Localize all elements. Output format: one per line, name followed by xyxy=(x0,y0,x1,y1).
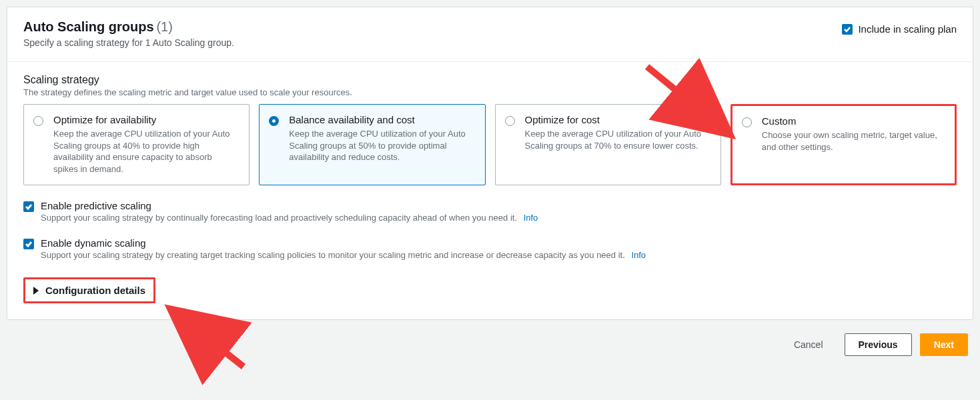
card-desc: Keep the average CPU utilization of your… xyxy=(53,128,238,175)
dynamic-scaling-row: Enable dynamic scaling Support your scal… xyxy=(23,237,957,260)
predictive-desc: Support your scaling strategy by continu… xyxy=(41,213,538,223)
panel-body: Scaling strategy The strategy defines th… xyxy=(7,62,973,319)
next-button[interactable]: Next xyxy=(920,333,968,356)
dynamic-label: Enable dynamic scaling xyxy=(41,237,646,249)
previous-button[interactable]: Previous xyxy=(845,333,912,356)
card-desc: Choose your own scaling metric, target v… xyxy=(762,129,944,153)
predictive-desc-text: Support your scaling strategy by continu… xyxy=(41,213,517,223)
card-optimize-cost[interactable]: Optimize for cost Keep the average CPU u… xyxy=(495,104,721,185)
radio-icon xyxy=(742,117,752,127)
page-subtitle: Specify a scaling strategy for 1 Auto Sc… xyxy=(23,37,234,48)
strategy-desc: The strategy defines the scaling metric … xyxy=(23,87,957,97)
auto-scaling-groups-panel: Auto Scaling groups (1) Specify a scalin… xyxy=(7,7,973,320)
card-title: Optimize for availability xyxy=(53,114,238,125)
card-optimize-availability[interactable]: Optimize for availability Keep the avera… xyxy=(23,104,250,185)
card-title: Custom xyxy=(762,115,944,127)
card-desc: Keep the average CPU utilization of your… xyxy=(289,128,474,163)
predictive-info-link[interactable]: Info xyxy=(524,213,538,223)
caret-right-icon xyxy=(33,287,39,295)
card-title: Optimize for cost xyxy=(525,114,710,125)
radio-icon xyxy=(505,116,515,126)
configuration-details-toggle[interactable]: Configuration details xyxy=(23,277,155,303)
title-block: Auto Scaling groups (1) Specify a scalin… xyxy=(23,19,234,48)
strategy-label: Scaling strategy xyxy=(23,74,957,86)
radio-icon xyxy=(33,116,43,126)
group-count: (1) xyxy=(156,19,172,34)
check-icon xyxy=(25,203,33,211)
dynamic-checkbox[interactable] xyxy=(23,239,34,249)
predictive-scaling-row: Enable predictive scaling Support your s… xyxy=(23,200,957,223)
include-label: Include in scaling plan xyxy=(858,23,957,35)
config-details-label: Configuration details xyxy=(45,285,145,296)
dynamic-desc: Support your scaling strategy by creatin… xyxy=(41,250,646,260)
wizard-footer: Cancel Previous Next xyxy=(7,320,973,356)
dynamic-info-link[interactable]: Info xyxy=(631,250,646,260)
card-title: Balance availability and cost xyxy=(289,114,474,125)
radio-icon xyxy=(269,116,279,126)
panel-header: Auto Scaling groups (1) Specify a scalin… xyxy=(7,7,973,62)
card-custom[interactable]: Custom Choose your own scaling metric, t… xyxy=(730,104,957,185)
card-balance[interactable]: Balance availability and cost Keep the a… xyxy=(259,104,485,185)
check-icon xyxy=(843,25,851,33)
cancel-button[interactable]: Cancel xyxy=(781,334,837,355)
dynamic-desc-text: Support your scaling strategy by creatin… xyxy=(41,250,625,260)
strategy-cards: Optimize for availability Keep the avera… xyxy=(23,104,957,185)
predictive-label: Enable predictive scaling xyxy=(41,200,538,211)
card-desc: Keep the average CPU utilization of your… xyxy=(525,128,710,151)
predictive-checkbox[interactable] xyxy=(23,201,34,212)
include-in-plan-checkbox[interactable]: Include in scaling plan xyxy=(842,19,957,35)
page-title: Auto Scaling groups xyxy=(23,19,154,34)
check-icon xyxy=(25,240,33,248)
